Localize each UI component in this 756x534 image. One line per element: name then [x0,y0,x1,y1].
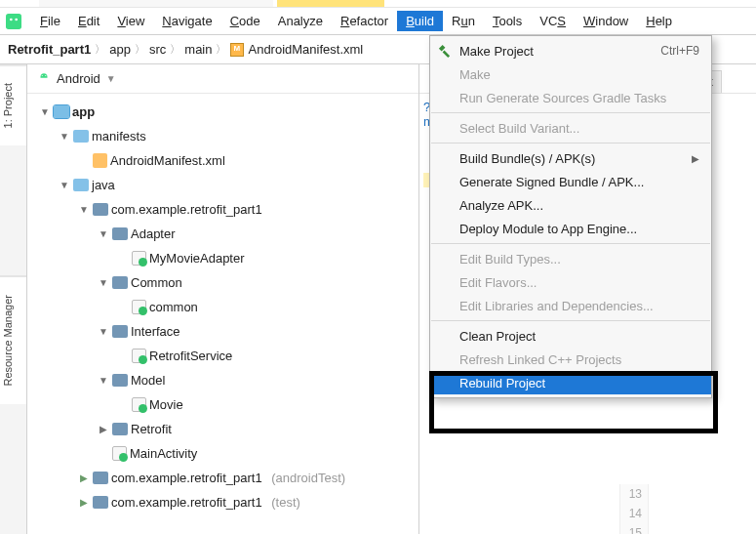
package-icon [93,472,108,484]
menu-make-project[interactable]: Make ProjectCtrl+F9 [430,39,711,62]
chevron-right-icon: 〉 [95,42,105,57]
tree-node-common-file[interactable]: common [27,295,418,319]
tree-node-common[interactable]: ▼Common [27,270,418,295]
android-icon [37,72,51,86]
chevron-down-icon: ▼ [106,73,116,84]
menu-navigate[interactable]: Navigate [153,11,220,31]
tree-node-adapter-file[interactable]: MyMovieAdapter [27,246,418,270]
menu-code[interactable]: Code [221,11,269,31]
tree-node-pkg-androidtest[interactable]: ▶com.example.retrofit_part1 (androidTest… [27,466,418,490]
svg-point-2 [15,18,18,21]
kotlin-class-icon [132,251,146,266]
svg-point-4 [45,74,46,75]
kotlin-interface-icon [132,349,146,363]
titlebar-strip [0,0,756,8]
menu-edit-libraries: Edit Libraries and Dependencies... [430,294,711,317]
menu-file[interactable]: File [31,11,69,31]
build-menu: Make ProjectCtrl+F9 Make Run Generate So… [429,35,712,398]
left-gutter: 1: Project Resource Manager [0,64,27,534]
chevron-right-icon: 〉 [135,42,145,57]
menu-rebuild-project[interactable]: Rebuild Project [430,371,711,394]
menu-run[interactable]: Run [443,11,484,31]
tree-node-java[interactable]: ▼java [27,173,418,197]
project-view-selector[interactable]: Android ▼ [27,64,418,94]
menu-view[interactable]: View [108,11,153,31]
chevron-right-icon: 〉 [216,42,226,57]
menu-edit-flavors: Edit Flavors... [430,270,711,294]
tree-node-pkg[interactable]: ▼com.example.retrofit_part1 [27,197,418,222]
crumb-project[interactable]: Retrofit_part1 [8,42,91,57]
tree-node-manifest-file[interactable]: AndroidManifest.xml [27,148,418,173]
menu-edit-build-types: Edit Build Types... [430,247,711,270]
tree-node-app[interactable]: ▼app [27,100,418,124]
folder-icon [73,130,89,143]
menu-generate-signed[interactable]: Generate Signed Bundle / APK... [430,170,711,193]
tab-resource-manager[interactable]: Resource Manager [0,276,26,404]
manifest-file-icon [93,153,107,168]
menu-clean-project[interactable]: Clean Project [430,324,711,348]
hammer-icon [437,43,452,58]
menu-analyze[interactable]: Analyze [269,11,332,31]
crumb-file[interactable]: AndroidManifest.xml [248,42,363,57]
submenu-arrow-icon: ▶ [692,153,699,164]
menu-help[interactable]: Help [637,11,681,31]
project-view-label: Android [57,71,100,86]
tree-node-retrofit[interactable]: ▶Retrofit [27,417,418,441]
package-icon [112,276,128,289]
project-tree[interactable]: ▼app ▼manifests AndroidManifest.xml ▼jav… [27,94,418,520]
menu-select-variant: Select Build Variant... [430,116,711,140]
kotlin-class-icon [132,397,146,412]
menu-build[interactable]: Build [397,11,443,31]
tree-node-model-file[interactable]: Movie [27,392,418,417]
package-icon [112,374,128,387]
line-gutter: 1314151617 [619,484,649,534]
kotlin-class-icon [112,446,127,461]
tree-node-adapter[interactable]: ▼Adapter [27,222,418,246]
svg-point-3 [42,74,43,75]
kotlin-file-icon [132,300,146,314]
module-icon [54,105,69,118]
menu-make: Make [430,62,711,86]
package-icon [112,325,128,338]
project-panel: Android ▼ ▼app ▼manifests AndroidManifes… [27,64,419,534]
manifest-icon [230,43,244,57]
menu-run-generate: Run Generate Sources Gradle Tasks [430,86,711,109]
package-icon [112,227,128,240]
package-icon [93,496,108,509]
crumb-main[interactable]: main [184,42,212,57]
package-icon [112,423,128,435]
menu-tools[interactable]: Tools [484,11,531,31]
tree-node-model[interactable]: ▼Model [27,368,418,392]
svg-rect-0 [6,14,21,29]
android-studio-logo [6,14,21,29]
menu-deploy-module[interactable]: Deploy Module to App Engine... [430,217,711,240]
menu-vcs[interactable]: VCS [531,11,575,31]
menubar: FileEditViewNavigateCodeAnalyzeRefactorB… [0,8,756,35]
menu-edit[interactable]: Edit [69,11,108,31]
tree-node-pkg-test[interactable]: ▶com.example.retrofit_part1 (test) [27,490,418,514]
menu-refresh-cpp: Refresh Linked C++ Projects [430,348,711,371]
crumb-src[interactable]: src [149,42,166,57]
tree-node-interface-file[interactable]: RetrofitService [27,344,418,368]
folder-icon [73,179,89,191]
tab-project[interactable]: 1: Project [0,64,26,145]
chevron-right-icon: 〉 [170,42,180,57]
crumb-app[interactable]: app [109,42,131,57]
menu-window[interactable]: Window [575,11,637,31]
package-icon [93,203,108,216]
menu-refactor[interactable]: Refactor [332,11,397,31]
tree-node-interface[interactable]: ▼Interface [27,319,418,344]
svg-point-1 [10,18,13,21]
tree-node-mainactivity[interactable]: MainActivity [27,441,418,466]
tree-node-manifests[interactable]: ▼manifests [27,124,418,148]
menu-analyze-apk[interactable]: Analyze APK... [430,193,711,217]
menu-build-bundle[interactable]: Build Bundle(s) / APK(s)▶ [430,146,711,170]
